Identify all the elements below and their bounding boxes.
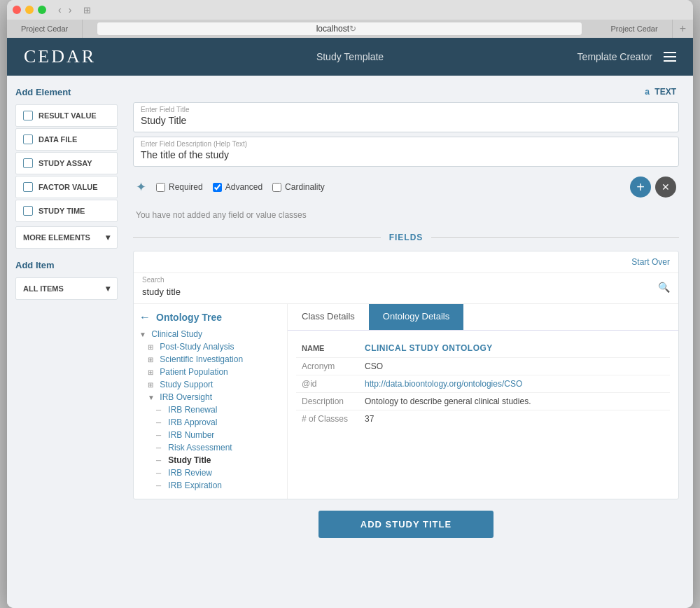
nav-buttons: ‹ ›: [56, 4, 74, 15]
all-items-btn[interactable]: ALL ITEMS ▾: [15, 277, 118, 300]
new-tab-btn[interactable]: +: [673, 20, 693, 38]
cardinality-checkbox[interactable]: [272, 183, 281, 192]
advanced-checkbox[interactable]: [213, 183, 222, 192]
result-value-label: RESULT VALUE: [38, 111, 97, 120]
tree-panel: ← Ontology Tree ▼ Clinical Study ⊞ Post-…: [134, 304, 288, 499]
factor-value-label: FACTOR VALUE: [38, 183, 98, 191]
no-fields-message: You have not added any field or value cl…: [133, 203, 679, 227]
tab-2[interactable]: Project Cedar: [596, 20, 672, 38]
url-bar[interactable]: localhost ↻: [97, 22, 582, 36]
divider-right: [431, 237, 679, 238]
details-content: NAME CLINICAL STUDY ONTOLOGY Acronym CSO: [288, 331, 678, 436]
required-checkbox[interactable]: [156, 183, 165, 192]
maximize-btn[interactable]: [38, 6, 46, 14]
row-classes-value: 37: [359, 410, 670, 428]
sidebar-item-study-time[interactable]: STUDY TIME: [15, 200, 118, 222]
expand-root-icon: ▼: [139, 331, 149, 338]
ontology-body: ← Ontology Tree ▼ Clinical Study ⊞ Post-…: [134, 304, 678, 499]
row-desc-label: Description: [296, 393, 359, 410]
cardinality-label: Cardinality: [285, 182, 325, 192]
line-irb-number-icon: ─: [156, 431, 166, 439]
cardinality-checkbox-label[interactable]: Cardinality: [272, 182, 325, 192]
ontology-tree-title: Ontology Tree: [156, 312, 222, 323]
study-assay-icon: [23, 158, 33, 168]
all-items-chevron-icon: ▾: [106, 284, 110, 293]
data-file-icon: [23, 134, 33, 144]
search-input[interactable]: [142, 286, 658, 297]
url-text: localhost: [316, 24, 349, 34]
ontology-header: Start Over: [134, 251, 678, 273]
field-title-container: Enter Field Title Study Title: [133, 102, 679, 132]
expand-post-study-icon: ⊞: [148, 343, 158, 351]
add-field-button[interactable]: +: [630, 177, 651, 198]
expand-scientific-icon: ⊞: [148, 356, 158, 364]
minimize-btn[interactable]: [25, 6, 34, 14]
sidebar-item-factor-value[interactable]: FACTOR VALUE: [15, 176, 118, 198]
field-title-value[interactable]: Study Title: [141, 115, 671, 126]
forward-nav[interactable]: ›: [66, 4, 74, 15]
tree-item-study-title[interactable]: ─ Study Title: [139, 454, 281, 467]
study-time-icon: [23, 206, 33, 216]
line-irb-expiration-icon: ─: [156, 482, 166, 490]
tree-item-irb-oversight[interactable]: ▼ IRB Oversight: [139, 391, 281, 403]
sidebar-item-result-value[interactable]: RESULT VALUE: [15, 104, 118, 127]
tree-item-study-support[interactable]: ⊞ Study Support: [139, 378, 281, 391]
more-elements-btn[interactable]: MORE ELEMENTS ▾: [15, 226, 118, 249]
content-area: a TEXT Enter Field Title Study Title Ent…: [126, 76, 693, 608]
line-study-title-icon: ─: [156, 457, 166, 464]
topnav: CEDAR Study Template Template Creator: [7, 38, 693, 76]
line-irb-review-icon: ─: [156, 469, 166, 477]
close-btn[interactable]: [13, 6, 21, 14]
hamburger-menu[interactable]: [664, 52, 676, 62]
cancel-field-button[interactable]: ✕: [655, 177, 676, 198]
all-items-label: ALL ITEMS: [23, 284, 64, 293]
tree-item-irb-number[interactable]: ─ IRB Number: [139, 429, 281, 441]
tree-item-risk-assessment[interactable]: ─ Risk Assessment: [139, 441, 281, 454]
tab-ontology-details[interactable]: Ontology Details: [369, 304, 463, 330]
main-content: Add Element RESULT VALUE DATA FILE STUDY…: [7, 76, 693, 608]
study-time-label: STUDY TIME: [38, 207, 85, 215]
details-tabs: Class Details Ontology Details: [288, 304, 678, 331]
text-icon: a: [645, 87, 650, 97]
tree-item-irb-approval[interactable]: ─ IRB Approval: [139, 416, 281, 429]
sidebar-item-study-assay[interactable]: STUDY ASSAY: [15, 152, 118, 174]
row-acronym-value: CSO: [359, 358, 670, 375]
row-id-value[interactable]: http://data.bioontology.org/ontologies/C…: [359, 375, 670, 393]
required-label: Required: [169, 182, 203, 192]
back-arrow-icon[interactable]: ←: [139, 311, 150, 324]
tree-item-patient-pop[interactable]: ⊞ Patient Population: [139, 366, 281, 378]
logo: CEDAR: [24, 46, 96, 67]
add-study-title-button[interactable]: ADD STUDY TITLE: [318, 511, 493, 538]
tree-item-post-study[interactable]: ⊞ Post-Study Analysis: [139, 340, 281, 353]
tree-root-clinical-study[interactable]: ▼ Clinical Study: [139, 328, 281, 340]
tab-class-details[interactable]: Class Details: [288, 304, 369, 330]
tab-1[interactable]: Project Cedar: [7, 20, 83, 38]
start-over-link[interactable]: Start Over: [631, 257, 670, 267]
more-elements-label: MORE ELEMENTS: [23, 233, 90, 242]
data-file-label: DATA FILE: [38, 135, 77, 144]
add-item-title: Add Item: [15, 260, 118, 270]
ontology-details-table: NAME CLINICAL STUDY ONTOLOGY Acronym CSO: [296, 339, 670, 427]
tree-item-irb-expiration[interactable]: ─ IRB Expiration: [139, 479, 281, 492]
fields-label: FIELDS: [389, 233, 424, 242]
value-col-header: CLINICAL STUDY ONTOLOGY: [359, 339, 670, 358]
table-row: # of Classes 37: [296, 410, 670, 428]
ontology-section: Start Over Search 🔍 ← O: [133, 251, 679, 499]
tree-item-irb-review[interactable]: ─ IRB Review: [139, 467, 281, 479]
fields-divider: FIELDS: [133, 233, 679, 242]
tree-item-scientific[interactable]: ⊞ Scientific Investigation: [139, 353, 281, 366]
name-col-header: NAME: [296, 339, 359, 358]
details-panel: Class Details Ontology Details NAME CLIN…: [288, 304, 678, 499]
refresh-icon[interactable]: ↻: [349, 24, 356, 34]
search-row: Search 🔍: [134, 273, 678, 304]
field-desc-value[interactable]: The title of the study: [141, 149, 671, 160]
sidebar-item-data-file[interactable]: DATA FILE: [15, 128, 118, 151]
required-checkbox-label[interactable]: Required: [156, 182, 203, 192]
add-btn-row: ADD STUDY TITLE: [133, 499, 679, 544]
back-nav[interactable]: ‹: [56, 4, 64, 15]
study-assay-label: STUDY ASSAY: [38, 159, 92, 167]
tab-2-label: Project Cedar: [610, 25, 657, 33]
advanced-checkbox-label[interactable]: Advanced: [213, 182, 262, 192]
tree-item-irb-renewal[interactable]: ─ IRB Renewal: [139, 403, 281, 416]
search-wrapper: Search: [142, 276, 658, 298]
